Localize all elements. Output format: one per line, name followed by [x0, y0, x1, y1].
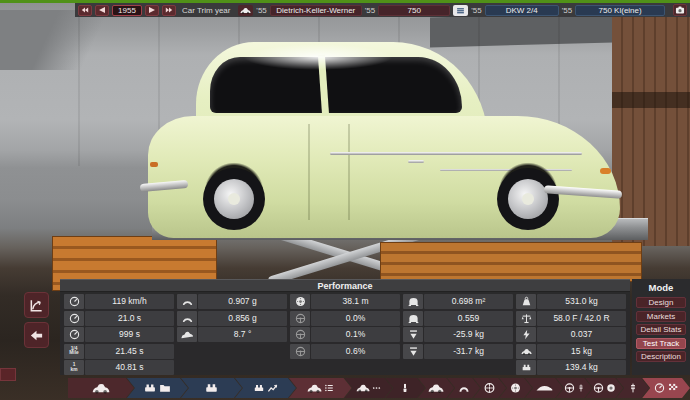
year-first-button[interactable]: [78, 5, 92, 16]
engine-variant-field[interactable]: 750 Kl(eine): [575, 5, 665, 16]
tab-engine-variant[interactable]: [181, 378, 242, 398]
paint-brush-icon: [400, 382, 410, 394]
wooden-crate-right: [380, 242, 642, 282]
drag-coefficient-icon: [403, 311, 423, 326]
model-name-field[interactable]: Dietrich-Keller-Werner: [270, 5, 362, 16]
tab-engine-tuning[interactable]: [235, 378, 296, 398]
engine-weight-value: 139.4 kg: [537, 360, 626, 375]
gauge-icon: [654, 382, 665, 394]
car-body-icon: [91, 382, 111, 394]
stat-row: -25.9 kg: [403, 327, 513, 342]
stat-row: 15 kg: [516, 344, 626, 359]
list-icon: [324, 382, 334, 394]
understeer-low-value: 0.1%: [311, 327, 400, 342]
mode-panel: Mode Design Markets Detail Stats Test Tr…: [632, 279, 690, 375]
year-prev-button[interactable]: [95, 5, 109, 16]
stat-row: 0.559: [403, 311, 513, 326]
mode-button-markets[interactable]: Markets: [636, 311, 686, 322]
stat-column-braking: 38.1 m 0.0% 0.1% 0.6%: [290, 294, 400, 375]
one-km-icon: 1km: [64, 360, 84, 375]
rear-indicator: [150, 162, 158, 167]
trim-name-field[interactable]: 750: [378, 5, 450, 16]
back-button[interactable]: [24, 322, 49, 348]
graph-icon: [29, 298, 44, 313]
stat-column-weight: 531.0 kg 58.0 F / 42.0 R 0.037 15 kg 139…: [516, 294, 626, 375]
engine-variant-year-badge: '55: [562, 6, 572, 15]
photo-mode-button[interactable]: [673, 4, 687, 16]
stat-row: 119 km/h: [64, 294, 174, 309]
power-to-weight-icon: [516, 327, 536, 342]
stat-row: 0.1%: [290, 327, 400, 342]
cornering-20m-icon: [177, 294, 197, 309]
performance-panel-title: Performance: [60, 279, 630, 292]
wood-plank-wall: [612, 14, 690, 246]
performance-stats-grid: 119 km/h 21.0 s 999 s 1/4Mile21.45 s 1km…: [60, 292, 630, 377]
folder-icon: [159, 382, 171, 394]
weight-distribution-icon: [516, 311, 536, 326]
mode-button-description[interactable]: Description: [636, 351, 686, 362]
dots-icon: [372, 382, 381, 394]
stat-row: 999 s: [64, 327, 174, 342]
tab-car-trim[interactable]: [289, 378, 352, 398]
mode-button-design[interactable]: Design: [636, 297, 686, 308]
performance-panel: Performance 119 km/h 21.0 s 999 s 1/4Mil…: [60, 279, 630, 375]
mode-button-detail-stats[interactable]: Detail Stats: [636, 324, 686, 335]
toolbar-corner-button[interactable]: [0, 368, 16, 381]
front-indicator: [600, 168, 611, 174]
cargo-weight-value: 15 kg: [537, 344, 626, 359]
engine-icon: [453, 5, 468, 16]
stat-row: -31.7 kg: [403, 344, 513, 359]
trim-year-field[interactable]: 1955: [112, 5, 142, 16]
total-weight-icon: [516, 294, 536, 309]
tab-car-fixtures[interactable]: [345, 378, 393, 398]
mode-button-test-track[interactable]: Test Track: [636, 338, 686, 349]
model-year-badge: '55: [256, 6, 266, 15]
wheelspin-icon: [290, 311, 310, 326]
engine-icon: [143, 382, 157, 394]
stat-row: 0.856 g: [177, 311, 287, 326]
wheelspin-value: 0.0%: [311, 311, 400, 326]
top-speed-value: 119 km/h: [85, 294, 174, 309]
quarter-mile-value: 21.45 s: [85, 344, 174, 359]
accel-80-120-value: 999 s: [85, 327, 174, 342]
drag-coefficient-value: 0.559: [424, 311, 513, 326]
top-speed-gauge-icon: [64, 294, 84, 309]
understeer-high-value: 0.6%: [311, 344, 400, 359]
vehicle-render[interactable]: [148, 40, 620, 236]
steering-wheel-icon: [564, 382, 575, 394]
lift-rear-value: -31.7 kg: [424, 344, 513, 359]
car-door-seam: [348, 124, 350, 220]
body-roll-value: 8.7 °: [198, 327, 287, 342]
stat-row: 0.698 m²: [403, 294, 513, 309]
stat-column-speed: 119 km/h 21.0 s 999 s 1/4Mile21.45 s 1km…: [64, 294, 174, 375]
stat-row: 0.907 g: [177, 294, 287, 309]
engine-weight-icon: [516, 360, 536, 375]
stat-row: 531.0 kg: [516, 294, 626, 309]
year-next-button[interactable]: [145, 5, 159, 16]
accel-0-100-value: 21.0 s: [85, 311, 174, 326]
trim-year-badge: '55: [365, 6, 375, 15]
checkered-flag-icon: [667, 382, 678, 394]
wood-wall-gap: [612, 92, 690, 108]
tab-engine-family[interactable]: [127, 378, 188, 398]
engine-family-field[interactable]: DKW 2/4: [485, 5, 559, 16]
top-bar: 1955 Car Trim year '55 Dietrich-Keller-W…: [75, 3, 690, 17]
stat-row: 0.6%: [290, 344, 400, 359]
car-model-icon: [238, 5, 253, 16]
lift-front-icon: [403, 327, 423, 342]
rear-wheel: [203, 168, 265, 230]
accel-0-100-gauge-icon: [64, 311, 84, 326]
camera-icon: [675, 5, 685, 15]
quarter-mile-icon: 1/4Mile: [64, 344, 84, 359]
frontal-area-icon: [403, 294, 423, 309]
car-side-icon: [307, 382, 322, 394]
show-graphs-button[interactable]: [24, 292, 49, 318]
tab-test-track[interactable]: [642, 378, 690, 398]
year-last-button[interactable]: [162, 5, 176, 16]
stat-row: 1/4Mile21.45 s: [64, 344, 174, 359]
tab-car-body[interactable]: [68, 378, 134, 398]
understeer-high-icon: [290, 344, 310, 359]
power-to-weight-value: 0.037: [537, 327, 626, 342]
total-weight-value: 531.0 kg: [537, 294, 626, 309]
suspension-icon: [628, 382, 638, 394]
